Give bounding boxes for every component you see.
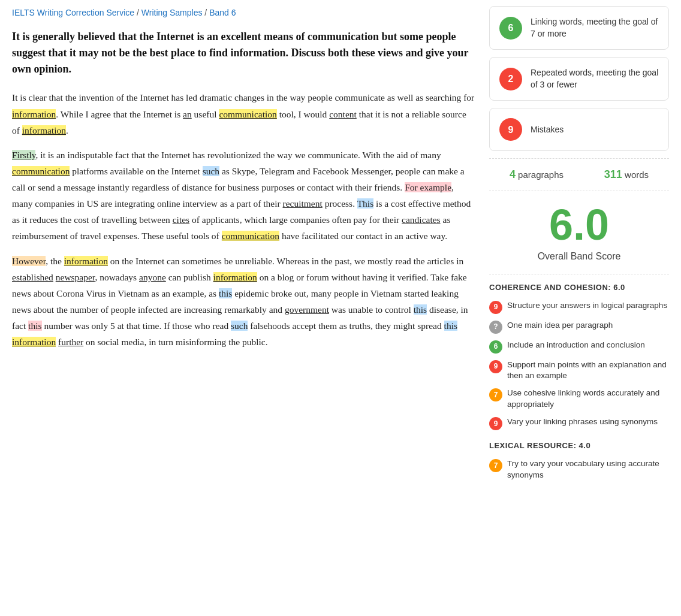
stat-words: 311 words	[604, 166, 649, 183]
word-established: established	[12, 272, 53, 282]
breadcrumb: IELTS Writing Correction Service / Writi…	[12, 6, 475, 19]
feedback-text-structure: Structure your answers in logical paragr…	[507, 300, 667, 312]
score-badge-2: 2	[499, 68, 522, 90]
feedback-item-one-idea: ? One main idea per paragraph	[489, 320, 669, 334]
word-recuitment: recuitment	[283, 198, 323, 209]
coherence-section-header: COHERENCE AND COHESION: 6.0	[489, 282, 669, 294]
breadcrumb-link-ielts[interactable]: IELTS Writing Correction Service	[12, 8, 134, 17]
feedback-text-support: Support main points with an explanation …	[507, 360, 669, 382]
word-candicates: candicates	[402, 215, 441, 225]
score-card-repeated-text: Repeated words, meeting the goal of 3 or…	[531, 67, 659, 90]
feedback-badge-intro: 6	[489, 340, 502, 354]
word-cites: cites	[173, 215, 189, 225]
essay-paragraph-1: It is clear that the invention of the In…	[12, 89, 475, 138]
feedback-text-one-idea: One main idea per paragraph	[507, 320, 613, 331]
word-this-2: this	[219, 288, 232, 298]
feedback-item-vary: 9 Vary your linking phrases using synony…	[489, 416, 669, 430]
feedback-badge-one-idea: ?	[489, 321, 502, 334]
feedback-item-support: 9 Support main points with an explanatio…	[489, 360, 669, 382]
coherence-section: COHERENCE AND COHESION: 6.0 9 Structure …	[489, 282, 669, 430]
feedback-badge-structure: 9	[489, 301, 502, 314]
word-content: content	[329, 109, 357, 119]
feedback-item-structure: 9 Structure your answers in logical para…	[489, 300, 669, 314]
feedback-text-intro: Include an introduction and conclusion	[507, 340, 645, 351]
score-card-linking-text: Linking words, meeting the goal of 7 or …	[531, 16, 659, 40]
coherence-feedback-list: 9 Structure your answers in logical para…	[489, 300, 669, 431]
breadcrumb-sep-1: /	[137, 8, 141, 17]
essay-paragraph-2: Firstly, it is an indisputable fact that…	[12, 147, 475, 244]
phrase-for-example: For example	[405, 182, 451, 192]
word-this-1: This	[357, 198, 374, 209]
score-card-mistakes: 9 Mistakes	[489, 108, 669, 151]
word-an: an	[183, 109, 192, 119]
word-information-5: information	[12, 337, 56, 347]
paragraphs-label: paragraphs	[518, 170, 564, 180]
essay-body: It is clear that the invention of the In…	[12, 89, 475, 350]
word-this-3: this	[414, 304, 427, 315]
lexical-section-header: LEXICAL RESOURCE: 4.0	[489, 440, 669, 452]
breadcrumb-link-writing-samples[interactable]: Writing Samples	[141, 8, 203, 17]
overall-score-number: 6.0	[489, 203, 669, 246]
word-information-1: information	[12, 109, 56, 119]
words-count: 311	[604, 168, 622, 180]
word-information-4: information	[213, 272, 257, 282]
word-however: However	[12, 256, 46, 266]
lexical-feedback-list: 7 Try to vary your vocabulary using accu…	[489, 458, 669, 481]
word-communication-2: communication	[12, 166, 70, 176]
feedback-text-linking: Use cohesive linking words accurately an…	[507, 388, 669, 410]
word-such-2: such	[231, 321, 248, 331]
stat-paragraphs: 4 paragraphs	[510, 166, 564, 183]
word-information-2: information	[22, 125, 66, 135]
word-communication-3: communication	[222, 231, 279, 241]
score-badge-9-mistakes: 9	[499, 118, 522, 141]
breadcrumb-sep-2: /	[204, 8, 209, 17]
word-government: government	[285, 304, 329, 315]
lexical-section: LEXICAL RESOURCE: 4.0 7 Try to vary your…	[489, 440, 669, 481]
score-card-mistakes-text: Mistakes	[531, 124, 564, 136]
overall-score-container: 6.0 Overall Band Score	[489, 191, 669, 274]
feedback-item-linking: 7 Use cohesive linking words accurately …	[489, 388, 669, 410]
word-communication-1: communication	[219, 109, 276, 119]
feedback-item-intro: 6 Include an introduction and conclusion	[489, 340, 669, 354]
feedback-badge-support: 9	[489, 360, 502, 373]
paragraphs-count: 4	[510, 168, 516, 180]
score-card-linking-words: 6 Linking words, meeting the goal of 7 o…	[489, 6, 669, 50]
word-this-5: this	[444, 321, 457, 331]
word-further: further	[58, 337, 83, 347]
word-anyone: anyone	[139, 272, 166, 282]
score-card-repeated-words: 2 Repeated words, meeting the goal of 3 …	[489, 57, 669, 101]
word-such-1: such	[203, 166, 219, 176]
word-newspaper: newspaper	[56, 272, 95, 282]
feedback-badge-vary: 9	[489, 417, 502, 430]
stats-row: 4 paragraphs 311 words	[489, 158, 669, 186]
word-information-3: information	[64, 256, 108, 266]
feedback-badge-linking: 7	[489, 388, 502, 401]
breadcrumb-link-band6[interactable]: Band 6	[209, 8, 236, 17]
feedback-text-vocabulary: Try to vary your vocabulary using accura…	[507, 458, 669, 481]
main-content: IELTS Writing Correction Service / Writi…	[12, 6, 475, 491]
feedback-item-vocabulary: 7 Try to vary your vocabulary using accu…	[489, 458, 669, 481]
word-firstly: Firstly	[12, 150, 35, 160]
word-this-4: this	[28, 321, 41, 331]
feedback-badge-vocabulary: 7	[489, 459, 502, 472]
essay-paragraph-3: However, the information on the Internet…	[12, 253, 475, 351]
score-badge-6: 6	[499, 17, 522, 40]
feedback-text-vary: Vary your linking phrases using synonyms	[507, 416, 658, 428]
words-label: words	[625, 170, 649, 180]
sidebar: 6 Linking words, meeting the goal of 7 o…	[489, 6, 669, 491]
overall-score-label: Overall Band Score	[489, 249, 669, 264]
essay-question: It is generally believed that the Intern…	[12, 29, 475, 77]
